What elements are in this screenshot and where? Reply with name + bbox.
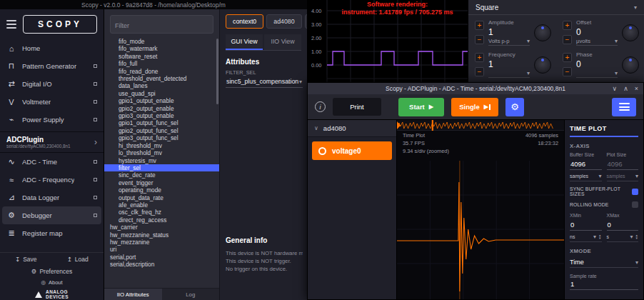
detach-icon[interactable] xyxy=(94,160,97,164)
buffer-size-input[interactable]: 4096 xyxy=(570,159,602,170)
attr-item[interactable]: direct_reg_access xyxy=(104,216,219,224)
sidebar-item-home[interactable]: ⌂ Home xyxy=(0,39,104,57)
attr-item[interactable]: gpio3_output_func_sel xyxy=(104,134,219,141)
plot-preview-strip[interactable] xyxy=(397,120,564,131)
title-bar[interactable]: Scopy - v2.0.0 - 9a2847d8 - /home/analog… xyxy=(0,0,307,9)
sidebar-item-adc-frequency[interactable]: ≈ ADC - Frequency xyxy=(0,171,104,189)
context-tab-ad4080[interactable]: ad4080 xyxy=(266,14,301,29)
unit-select[interactable]: ▾ xyxy=(576,70,618,78)
filter-search-box[interactable] xyxy=(110,15,213,34)
attr-item[interactable]: fifo_full xyxy=(104,60,219,67)
decrement-button[interactable]: − xyxy=(563,67,572,76)
detach-icon[interactable] xyxy=(94,196,97,199)
attr-item[interactable]: afe_enable xyxy=(104,201,219,209)
attr-item[interactable]: sinc_dec_rate xyxy=(104,171,219,179)
close-button[interactable]: × xyxy=(635,85,638,92)
xmode-select[interactable]: Time ▾ xyxy=(570,257,638,268)
buffer-unit-select[interactable]: samples ▾ xyxy=(570,171,602,181)
detach-icon[interactable] xyxy=(94,118,97,121)
about-button[interactable]: ◎ About xyxy=(0,277,104,288)
unit-select[interactable]: Volts p-p ▾ xyxy=(488,38,530,46)
unit-select[interactable]: µvolts ▾ xyxy=(576,38,618,46)
decrement-button[interactable]: − xyxy=(475,67,484,76)
tab-iio-attributes[interactable]: IIO Attributes xyxy=(104,289,162,300)
device-collapse-ad4080[interactable]: ∨ ad4080 xyxy=(308,120,396,137)
offset-knob[interactable] xyxy=(622,24,639,41)
menu-icon[interactable] xyxy=(6,18,16,31)
attr-item[interactable]: event_trigger xyxy=(104,179,219,186)
plot-unit-select[interactable]: samples ▾ xyxy=(607,171,639,181)
attr-item[interactable]: software_reset xyxy=(104,53,219,60)
context-tab-context0[interactable]: context0 xyxy=(226,14,263,29)
attr-item[interactable]: hw_carrier xyxy=(104,224,219,231)
sidebar-item-pattern-generator[interactable]: ⊓ Pattern Generator xyxy=(0,57,104,75)
attr-item[interactable]: output_data_rate xyxy=(104,194,219,201)
spinner-arrows-icon[interactable]: ▲▼ xyxy=(598,234,601,240)
attr-item[interactable]: lo_threshold_mv xyxy=(104,149,219,156)
attr-item[interactable]: gpio2_output_func_sel xyxy=(104,127,219,134)
attr-item[interactable]: serial,description xyxy=(104,261,219,268)
attr-item[interactable]: osc_clk_freq_hz xyxy=(104,209,219,216)
minimize-button[interactable]: ∨ xyxy=(613,85,618,92)
attr-item[interactable]: gpio1_output_enable xyxy=(104,97,219,104)
sample-rate-input[interactable]: 1 xyxy=(570,279,638,290)
increment-button[interactable]: + xyxy=(475,53,484,62)
load-button[interactable]: ↥ Load xyxy=(52,256,104,263)
plot-size-input[interactable]: 4096 xyxy=(607,159,639,170)
attr-item[interactable]: hw_mezzanine_status xyxy=(104,231,219,239)
filter-search-input[interactable] xyxy=(115,22,208,29)
filter-sel-dropdown[interactable]: sinc5_plus_compensation ▾ xyxy=(226,76,303,88)
start-button[interactable]: Start ▶ xyxy=(398,98,444,116)
attr-item[interactable]: fifo_read_done xyxy=(104,68,219,75)
info-button[interactable]: i xyxy=(315,101,326,112)
save-button[interactable]: ↧ Save xyxy=(0,256,52,263)
menu-button[interactable] xyxy=(612,98,636,116)
title-bar[interactable]: Scopy - ADCPlugin - ADC - Time - serial:… xyxy=(308,83,643,94)
detach-icon[interactable] xyxy=(94,214,97,217)
sidebar-device-adcplugin[interactable]: ADCPlugin serial:/dev/ttyACM0,230400,8n1… xyxy=(0,131,104,153)
attr-item[interactable]: serial,port xyxy=(104,254,219,261)
attr-item[interactable]: hw_mezzanine xyxy=(104,239,219,246)
sidebar-item-debugger[interactable]: ⚙ Debugger xyxy=(2,206,101,224)
sync-buffer-plot-checkbox[interactable] xyxy=(632,189,638,195)
print-button[interactable]: Print xyxy=(333,98,381,116)
attr-item[interactable]: use_quad_spi xyxy=(104,90,219,97)
decrement-button[interactable]: − xyxy=(563,35,572,44)
attr-item-selected[interactable]: filter_sel xyxy=(104,164,219,171)
detach-icon[interactable] xyxy=(94,82,97,86)
tab-gui-view[interactable]: GUI View xyxy=(226,34,263,50)
attr-item[interactable]: threshold_event_detected xyxy=(104,75,219,82)
attr-item[interactable]: hi_threshold_mv xyxy=(104,142,219,149)
scrollbar[interactable] xyxy=(216,39,218,104)
sidebar-item-adc-time[interactable]: ∿ ADC - Time xyxy=(0,153,104,171)
offset-value[interactable]: 0 xyxy=(576,27,618,37)
amplitude-value[interactable]: 1 xyxy=(488,27,530,37)
phase-value[interactable]: 0 xyxy=(576,59,618,69)
increment-button[interactable]: + xyxy=(475,21,484,30)
decrement-button[interactable]: − xyxy=(475,35,484,44)
waveform-select[interactable]: Square ▾ xyxy=(468,0,644,15)
increment-button[interactable]: + xyxy=(563,21,572,30)
attr-item[interactable]: data_lanes xyxy=(104,82,219,89)
spinner-arrows-icon[interactable]: ▲▼ xyxy=(635,234,638,240)
tab-log[interactable]: Log xyxy=(162,289,220,300)
maximize-button[interactable]: ∧ xyxy=(623,85,628,92)
attr-item[interactable]: gpio3_output_enable xyxy=(104,112,219,119)
attr-item[interactable]: operating_mode xyxy=(104,186,219,194)
rolling-mode-checkbox[interactable] xyxy=(632,201,638,208)
tab-time-plot[interactable]: TIME PLOT xyxy=(570,125,638,137)
channel-voltage0-button[interactable]: voltage0 xyxy=(312,141,392,160)
increment-button[interactable]: + xyxy=(563,53,572,62)
sidebar-item-data-logger[interactable]: ⊿ Data Logger xyxy=(0,189,104,206)
sidebar-item-digital-io[interactable]: ⇄ Digital I/O xyxy=(0,75,104,93)
attr-item[interactable]: fifo_mode xyxy=(104,38,219,45)
xmax-input[interactable]: 0 xyxy=(607,219,639,231)
xmax-unit-select[interactable]: s ▾ ▲▼ xyxy=(607,232,639,242)
xmin-unit-select[interactable]: ns ▾ ▲▼ xyxy=(570,232,602,242)
frequency-value[interactable]: 1 xyxy=(488,59,530,69)
single-button[interactable]: Single ▶ xyxy=(451,98,498,116)
sidebar-item-voltmeter[interactable]: V Voltmeter xyxy=(0,93,104,111)
phase-knob[interactable] xyxy=(622,56,639,74)
attr-item[interactable]: uri xyxy=(104,246,219,253)
xmin-input[interactable]: 0 xyxy=(570,219,602,231)
